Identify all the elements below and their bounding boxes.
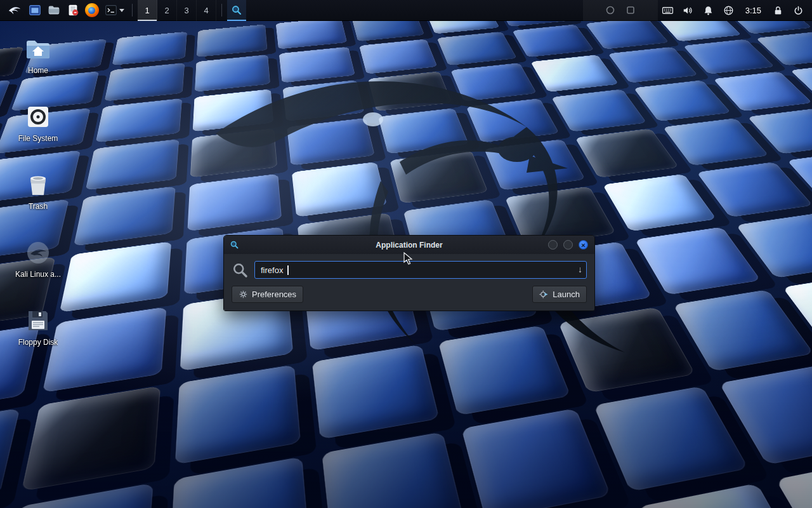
firefox-icon (85, 3, 99, 17)
panel-separator (221, 4, 222, 17)
preferences-label: Preferences (252, 290, 296, 299)
desktop-icon-home[interactable]: Home (8, 35, 69, 75)
app-finder-icon (230, 240, 239, 250)
kali-menu-button[interactable] (4, 0, 25, 21)
volume-control[interactable] (678, 0, 698, 21)
minimize-button[interactable] (548, 240, 558, 250)
wallpaper-cube (322, 432, 465, 508)
text-editor-launcher[interactable] (63, 0, 82, 21)
panel-separator (132, 4, 133, 17)
tray-status-icon[interactable] (626, 6, 635, 15)
tasklist-application-finder[interactable] (227, 0, 246, 21)
gear-icon (239, 290, 248, 299)
search-icon (232, 262, 249, 279)
desktop-icon-label: Home (28, 66, 48, 75)
wallpaper-cube (169, 457, 310, 508)
file-system-icon (24, 103, 52, 131)
history-dropdown-icon[interactable]: ↓ (578, 264, 582, 274)
text-editor-icon (66, 3, 80, 17)
panel-clock[interactable]: 3:15 (739, 6, 768, 15)
files-launcher[interactable] (44, 0, 63, 21)
keyboard-icon (662, 4, 674, 17)
wallpaper-cube (86, 139, 179, 190)
search-input-value: firefox (261, 265, 283, 275)
notification-area (583, 0, 658, 21)
top-panel: 1 2 3 4 (0, 0, 812, 21)
workspace-4[interactable]: 4 (197, 0, 216, 21)
screenlock-icon (772, 4, 784, 17)
launch-label: Launch (553, 290, 580, 299)
terminal-launcher[interactable] (102, 0, 127, 21)
desktop-icon-floppy-disk[interactable]: Floppy Disk (8, 307, 69, 347)
desktop-icon-label: Kali Linux a... (15, 270, 61, 279)
trash-icon (24, 171, 52, 199)
close-button[interactable]: × (579, 240, 588, 250)
tray-status-icon[interactable] (606, 6, 615, 15)
wallpaper-cube (776, 457, 812, 508)
firefox-launcher[interactable] (82, 0, 102, 21)
launch-icon (539, 290, 549, 299)
wallpaper-cube (697, 162, 812, 217)
launch-button[interactable]: Launch (532, 286, 587, 303)
workspace-switcher: 1 2 3 4 (138, 0, 216, 21)
kali-docs-icon (24, 239, 52, 267)
wallpaper-cube (594, 386, 749, 491)
wallpaper-cube (0, 408, 20, 508)
chevron-down-icon (119, 9, 124, 12)
file-manager-icon (28, 3, 42, 17)
mouse-cursor (403, 252, 416, 265)
desktop-icon-label: Floppy Disk (18, 338, 58, 347)
screen-lock-button[interactable] (768, 0, 788, 21)
power-button[interactable] (788, 0, 808, 21)
kali-logo-icon (8, 3, 22, 17)
notifications-button[interactable] (698, 0, 719, 21)
workspace-1[interactable]: 1 (138, 0, 157, 21)
folder-icon (47, 3, 61, 17)
wallpaper-cube (461, 408, 611, 508)
kali-dragon-art (171, 38, 628, 368)
desktop-icon-trash[interactable]: Trash (8, 171, 69, 211)
desktop: Home File System Trash Kali L (0, 0, 812, 508)
dragon-highlight (363, 112, 383, 126)
power-icon (792, 4, 804, 17)
wallpaper-cube (74, 186, 176, 246)
desktop-icon-file-system[interactable]: File System (8, 103, 69, 143)
titlebar[interactable]: Application Finder × (224, 236, 594, 254)
keyboard-indicator[interactable] (658, 0, 678, 21)
wallpaper-cube (22, 386, 160, 491)
network-icon (723, 4, 735, 17)
application-finder-window: Application Finder × firefox ↓ (223, 235, 595, 311)
window-controls: × (548, 240, 588, 250)
maximize-button[interactable] (563, 240, 573, 250)
preferences-button[interactable]: Preferences (232, 286, 303, 303)
desktop-icon-kali-docs[interactable]: Kali Linux a... (8, 239, 69, 279)
wallpaper-cube (96, 98, 182, 142)
desktop-icon-label: Trash (29, 202, 48, 211)
wallpaper-cube (683, 39, 775, 74)
home-folder-icon (24, 35, 52, 63)
wallpaper-cube (60, 241, 171, 312)
notifications-bell-icon (702, 4, 714, 17)
workspace-3[interactable]: 3 (177, 0, 197, 21)
workspace-2[interactable]: 2 (157, 0, 177, 21)
window-title: Application Finder (376, 241, 442, 250)
wallpaper-cube (175, 364, 301, 464)
wallpaper-cube (634, 80, 731, 121)
search-input[interactable]: firefox ↓ (254, 261, 587, 279)
file-manager-launcher[interactable] (25, 0, 44, 21)
network-status-button[interactable] (719, 0, 739, 21)
desktop-icon-label: File System (18, 134, 58, 143)
wallpaper-cube (635, 227, 761, 295)
close-icon: × (581, 241, 585, 249)
volume-icon (682, 4, 694, 17)
wallpaper-cube (0, 483, 154, 508)
terminal-icon (104, 3, 118, 17)
text-caret (287, 265, 289, 275)
button-row: Preferences Launch (232, 286, 587, 303)
wallpaper-cube (673, 290, 812, 371)
wallpaper-cube (663, 118, 769, 166)
floppy-disk-icon (24, 307, 52, 335)
app-finder-icon (231, 4, 242, 16)
